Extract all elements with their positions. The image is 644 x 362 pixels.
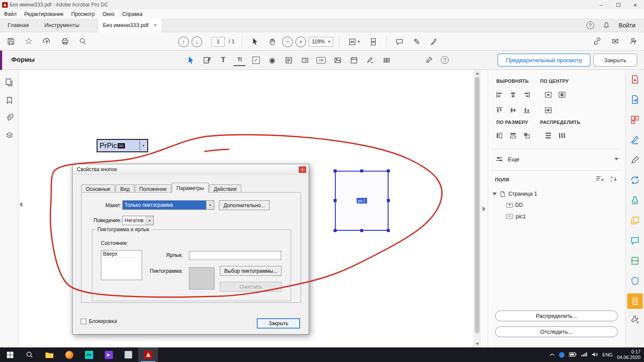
center-horizontal-icon[interactable] [543, 90, 553, 100]
expand-right-pane-strip[interactable] [480, 70, 488, 347]
chevron-down-icon[interactable]: ▾ [206, 201, 214, 209]
menu-edit[interactable]: Редактирование [21, 11, 67, 17]
expand-right-pane-icon[interactable] [483, 206, 486, 211]
resize-handle[interactable] [334, 229, 337, 232]
more-row[interactable]: Еще [495, 155, 619, 163]
send-review-icon[interactable] [630, 175, 640, 187]
checkbox-tool-icon[interactable]: ✓ [250, 54, 262, 66]
highlight-pen-icon[interactable]: ✎ [410, 34, 424, 49]
tree-expand-icon[interactable] [492, 193, 497, 195]
star-icon[interactable]: ☆ [21, 34, 36, 48]
taskbar-search-icon[interactable] [20, 347, 39, 362]
language-indicator[interactable]: ENG [602, 352, 613, 357]
align-left-icon[interactable] [494, 90, 504, 100]
page-number-input[interactable]: 1 [212, 37, 225, 47]
forms-close-button[interactable]: Закрыть [593, 54, 637, 66]
align-center-horizontal-icon[interactable] [508, 90, 518, 100]
scan-ocr-icon[interactable] [630, 256, 640, 268]
rich-text-field-tool-icon[interactable]: TI [234, 54, 246, 66]
upload-cloud-icon[interactable] [39, 34, 54, 48]
maximize-button[interactable] [610, 0, 627, 9]
behavior-dropdown[interactable]: Негатив ▾ [122, 216, 154, 225]
layout-dropdown[interactable]: Только пиктограмма ▾ [122, 200, 214, 210]
distribute-horizontal-icon[interactable] [557, 131, 567, 140]
zoom-level-dropdown[interactable]: 119% ▾ [309, 37, 333, 47]
resize-handle[interactable] [334, 169, 337, 172]
share-link-icon[interactable] [590, 34, 605, 48]
forms-help-icon[interactable]: ? [441, 56, 449, 64]
title-bar[interactable]: Без имени333.pdf - Adobe Acrobat Pro DC … [0, 0, 644, 9]
organize-pages-icon[interactable] [630, 115, 640, 127]
center-vertical-icon[interactable] [543, 106, 553, 115]
label-input[interactable] [189, 251, 281, 260]
form-select-tool-icon[interactable] [185, 54, 197, 66]
preview-button[interactable]: Предварительный просмотр [498, 54, 590, 66]
radio-button-tool-icon[interactable]: ◉ [266, 54, 278, 66]
print-icon[interactable] [58, 34, 72, 48]
fill-sign-pen-icon[interactable] [427, 34, 441, 49]
resize-handle[interactable] [360, 169, 363, 172]
tree-item-dd[interactable]: DD [488, 199, 626, 211]
network-icon[interactable] [581, 352, 587, 358]
resize-handle[interactable] [387, 199, 390, 202]
minimize-button[interactable]: – [592, 0, 610, 9]
prpic-dropdown-arrow-icon[interactable]: ▾ [140, 140, 147, 151]
save-icon[interactable] [3, 34, 18, 48]
create-pdf-icon[interactable] [630, 74, 640, 86]
match-height-icon[interactable] [494, 131, 504, 140]
page-fit-dropdown[interactable]: ▾ [345, 34, 364, 49]
tray-people-icon[interactable] [559, 352, 565, 358]
distribute-button[interactable]: Распределить... [495, 311, 618, 321]
dialog-close-icon[interactable]: × [299, 166, 306, 173]
tab-options[interactable]: Параметры [172, 183, 209, 193]
chevron-down-icon[interactable] [614, 158, 619, 160]
notifications-bell-icon[interactable] [603, 21, 610, 29]
resize-handle[interactable] [360, 229, 363, 232]
button-tool-icon[interactable]: OK [315, 54, 327, 66]
list-box-tool-icon[interactable] [283, 54, 295, 66]
send-mail-icon[interactable]: ✉ [608, 34, 623, 48]
bookmarks-icon[interactable] [5, 96, 14, 106]
tree-item-page[interactable]: Страница 1 [488, 188, 626, 199]
menu-file[interactable]: Файл [0, 11, 21, 17]
document-tab-close-icon[interactable]: × [154, 22, 157, 28]
close-window-button[interactable]: × [627, 0, 644, 9]
pycharm-icon[interactable]: PC [79, 347, 99, 362]
tab-home[interactable]: Главная [0, 18, 36, 32]
scroll-up-icon[interactable] [476, 72, 479, 75]
volume-icon[interactable] [592, 352, 598, 358]
choose-icon-button[interactable]: Выбор пиктограммы... [220, 266, 282, 276]
resize-handle[interactable] [387, 229, 390, 232]
notepad-app-icon[interactable] [118, 347, 138, 362]
chevron-down-icon[interactable]: ▾ [146, 216, 153, 225]
distribute-vertical-icon[interactable] [543, 131, 553, 140]
advanced-button[interactable]: Дополнительно... [219, 200, 270, 210]
match-width-icon[interactable] [508, 131, 518, 140]
tab-tools[interactable]: Инструменты [36, 18, 87, 32]
barcode-tool-icon[interactable] [380, 54, 392, 66]
scroll-down-icon[interactable] [476, 343, 479, 345]
page-thumbnails-icon[interactable] [5, 78, 14, 89]
next-view-icon[interactable]: ↓ [191, 36, 202, 47]
sort-az-icon[interactable]: AZ [610, 175, 619, 184]
tab-document[interactable]: Без имени333.pdf × [97, 18, 163, 32]
state-list-item[interactable]: Вверх [101, 250, 142, 258]
comment-icon[interactable] [392, 34, 407, 49]
sort-order-icon[interactable] [595, 175, 604, 184]
collapse-left-pane-icon[interactable] [19, 202, 22, 207]
center-both-icon[interactable] [557, 90, 567, 100]
text-field-tool-icon[interactable]: T [217, 54, 229, 66]
acrobat-taskbar-icon[interactable] [138, 347, 158, 362]
page-scrolling-icon[interactable] [366, 34, 381, 49]
resize-handle[interactable] [387, 169, 390, 172]
start-button[interactable] [0, 347, 20, 362]
comment-tool-icon[interactable] [630, 235, 640, 247]
copy-files-icon[interactable] [630, 215, 640, 227]
select-tool-icon[interactable] [248, 34, 262, 49]
align-bottom-icon[interactable] [522, 106, 532, 115]
image-field-tool-icon[interactable] [331, 54, 343, 66]
state-listbox[interactable]: Вверх [101, 250, 142, 280]
dropdown-tool-icon[interactable] [299, 54, 311, 66]
zoom-in-icon[interactable]: + [295, 36, 306, 47]
attachments-icon[interactable] [5, 114, 14, 124]
